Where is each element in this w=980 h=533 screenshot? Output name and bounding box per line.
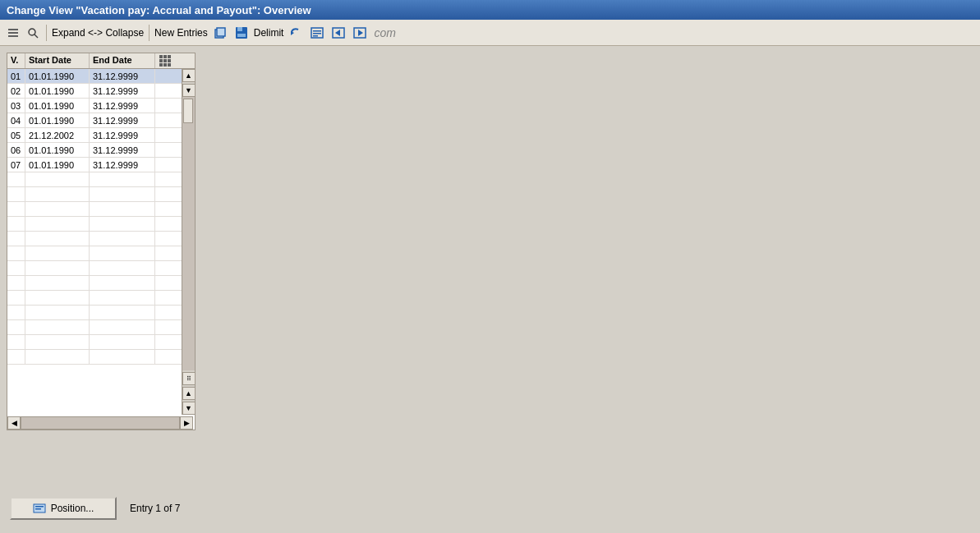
cell-v xyxy=(7,232,25,246)
position-button[interactable]: Position... xyxy=(10,497,117,520)
cell-end xyxy=(90,217,155,231)
cell-end: 31.12.9999 xyxy=(90,158,155,172)
table-row[interactable]: 01 01.01.1990 31.12.9999 xyxy=(7,69,182,84)
cell-v xyxy=(7,187,25,201)
svg-rect-14 xyxy=(313,33,321,34)
scroll-down-btn[interactable]: ▼ xyxy=(182,84,196,97)
cell-v: 06 xyxy=(7,143,25,157)
undo-icon xyxy=(288,25,303,40)
toolbar-separator-1 xyxy=(46,25,47,41)
cell-end xyxy=(90,350,155,364)
scroll-h-track[interactable] xyxy=(21,416,180,430)
svg-rect-1 xyxy=(8,32,18,34)
col-header-start: Start Date xyxy=(25,53,90,68)
cell-start xyxy=(25,187,90,201)
cell-start: 01.01.1990 xyxy=(25,84,90,98)
table-row[interactable] xyxy=(7,261,182,276)
table-row[interactable] xyxy=(7,276,182,291)
table-row[interactable] xyxy=(7,232,182,246)
cell-start: 01.01.1990 xyxy=(25,69,90,83)
scroll-right-btn[interactable]: ▶ xyxy=(180,416,193,430)
scroll-up-btn[interactable]: ▲ xyxy=(182,69,196,82)
cell-end xyxy=(90,306,155,319)
cell-v: 04 xyxy=(7,113,25,127)
cell-start: 21.12.2002 xyxy=(25,128,90,142)
detail-btn[interactable] xyxy=(308,25,326,41)
cell-start xyxy=(25,172,90,186)
table-row[interactable]: 06 01.01.1990 31.12.9999 xyxy=(7,143,182,158)
table-row[interactable] xyxy=(7,217,182,232)
cell-v xyxy=(7,217,25,231)
prev-icon xyxy=(331,25,346,40)
svg-rect-22 xyxy=(35,508,41,510)
table-row[interactable]: 04 01.01.1990 31.12.9999 xyxy=(7,113,182,128)
detail-icon xyxy=(310,25,324,40)
table-row[interactable] xyxy=(7,172,182,187)
cell-start xyxy=(25,246,90,260)
scroll-thumb[interactable] xyxy=(183,99,193,123)
search-btn[interactable] xyxy=(25,25,41,40)
copy-icon xyxy=(213,25,228,40)
svg-rect-2 xyxy=(8,35,18,37)
cell-end xyxy=(90,202,155,216)
cell-v xyxy=(7,172,25,186)
cell-start xyxy=(25,350,90,364)
save-icon xyxy=(234,25,249,40)
cell-start xyxy=(25,276,90,290)
expand-collapse-btn[interactable]: Expand <-> Collapse xyxy=(52,27,144,39)
table-row[interactable]: 05 21.12.2002 31.12.9999 xyxy=(7,128,182,143)
cell-v xyxy=(7,291,25,305)
table-row[interactable] xyxy=(7,350,182,365)
svg-marker-19 xyxy=(358,30,363,36)
settings-btn[interactable] xyxy=(5,25,21,40)
cell-v: 07 xyxy=(7,158,25,172)
scroll-bottom-down[interactable]: ▼ xyxy=(182,402,196,415)
cell-end xyxy=(90,232,155,246)
table-row[interactable]: 03 01.01.1990 31.12.9999 xyxy=(7,99,182,113)
cell-v xyxy=(7,246,25,260)
save-btn[interactable] xyxy=(232,25,251,41)
cell-v: 05 xyxy=(7,128,25,142)
table-row[interactable] xyxy=(7,291,182,306)
cell-v xyxy=(7,320,25,334)
cell-start: 01.01.1990 xyxy=(25,143,90,157)
cell-start xyxy=(25,306,90,319)
table-row[interactable] xyxy=(7,320,182,335)
cell-end xyxy=(90,291,155,305)
bottom-scrollbar[interactable]: ◀ ▶ xyxy=(7,416,195,430)
table-container: V. Start Date End Date 01 01.01.1990 31.… xyxy=(7,53,196,430)
table-row[interactable] xyxy=(7,246,182,261)
table-row[interactable] xyxy=(7,306,182,320)
scrollbar-right[interactable]: ▲ ▼ ⠿ ▲ ▼ xyxy=(182,69,195,415)
scroll-resize-btn[interactable]: ⠿ xyxy=(182,372,196,385)
table-row[interactable] xyxy=(7,202,182,217)
cell-v xyxy=(7,306,25,319)
cell-v xyxy=(7,276,25,290)
main-content: V. Start Date End Date 01 01.01.1990 31.… xyxy=(0,46,980,533)
svg-rect-10 xyxy=(237,34,246,37)
table-row[interactable] xyxy=(7,187,182,202)
cell-start xyxy=(25,217,90,231)
settings-icon xyxy=(7,26,20,39)
table-row[interactable]: 02 01.01.1990 31.12.9999 xyxy=(7,84,182,99)
cell-start xyxy=(25,320,90,334)
prev-btn[interactable] xyxy=(329,25,347,41)
cell-v: 03 xyxy=(7,99,25,113)
table-row[interactable]: 07 01.01.1990 31.12.9999 xyxy=(7,158,182,172)
delimit-btn[interactable]: Delimit xyxy=(254,27,284,39)
svg-rect-7 xyxy=(218,29,224,35)
svg-rect-9 xyxy=(237,27,242,31)
position-btn-label: Position... xyxy=(51,503,94,514)
scroll-track[interactable] xyxy=(182,97,196,370)
cell-v xyxy=(7,350,25,364)
next-btn[interactable] xyxy=(351,25,369,41)
table-row[interactable] xyxy=(7,335,182,350)
svg-point-3 xyxy=(29,29,35,35)
scroll-bottom-up[interactable]: ▲ xyxy=(182,387,196,400)
copy-btn[interactable] xyxy=(211,25,229,41)
cell-end: 31.12.9999 xyxy=(90,84,155,98)
cell-end: 31.12.9999 xyxy=(90,99,155,113)
new-entries-btn[interactable]: New Entries xyxy=(154,27,208,39)
undo-btn[interactable] xyxy=(287,25,305,41)
scroll-left-btn[interactable]: ◀ xyxy=(7,416,21,430)
